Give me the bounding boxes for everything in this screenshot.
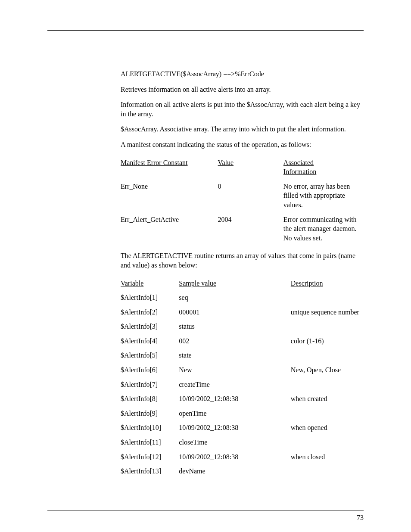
cell: closeTime (179, 435, 290, 450)
cell (291, 435, 364, 450)
cell: color (1-16) (291, 334, 364, 348)
table-row: $AlertInfo[12]10/09/2002_12:08:38when cl… (121, 450, 364, 464)
paragraph: A manifest constant indicating the statu… (121, 140, 364, 149)
cell (291, 348, 364, 363)
cell: $AlertInfo[10] (121, 420, 179, 435)
paragraph: $AssocArray. Associative array. The arra… (121, 124, 364, 134)
table-header-row: Manifest Error Constant Value Associated… (121, 156, 364, 179)
table-row: $AlertInfo[11]closeTime (121, 435, 364, 450)
table-header-row: Variable Sample value Description (121, 276, 364, 291)
col-header: Information (283, 168, 316, 175)
cell: New, Open, Close (291, 363, 364, 377)
cell: $AlertInfo[1] (121, 290, 179, 305)
table-row: $AlertInfo[5]state (121, 348, 364, 363)
cell (291, 290, 364, 305)
paragraph: Information on all active alerts is put … (121, 100, 364, 118)
table-row: $AlertInfo[1]seq (121, 290, 364, 305)
col-header: Variable (121, 280, 143, 287)
cell: $AlertInfo[6] (121, 363, 179, 377)
table-row: $AlertInfo[4]002color (1-16) (121, 334, 364, 348)
cell: $AlertInfo[3] (121, 319, 179, 334)
page: ALERTGETACTIVE($AssocArray) ==>%ErrCode … (0, 0, 411, 532)
cell (291, 406, 364, 421)
col-header: Associated (283, 159, 314, 166)
table-row: $AlertInfo[13]devName (121, 464, 364, 479)
cell: devName (179, 464, 290, 479)
table-row: Err_None 0 No error, array has been fill… (121, 179, 364, 212)
page-number: 73 (357, 514, 364, 522)
cell: $AlertInfo[12] (121, 450, 179, 464)
cell: New (179, 363, 290, 377)
cell: $AlertInfo[7] (121, 377, 179, 392)
table-row: $AlertInfo[10]10/09/2002_12:08:38when op… (121, 420, 364, 435)
col-header: Value (218, 159, 234, 166)
cell: when closed (291, 450, 364, 464)
cell: 10/09/2002_12:08:38 (179, 450, 290, 464)
cell: status (179, 319, 290, 334)
paragraph: Retrieves information on all active aler… (121, 85, 364, 94)
error-constants-table: Manifest Error Constant Value Associated… (121, 156, 364, 246)
cell: unique sequence number (291, 305, 364, 320)
cell: 0 (218, 179, 283, 212)
bottom-rule (47, 510, 364, 510)
cell: $AlertInfo[2] (121, 305, 179, 320)
cell: state (179, 348, 290, 363)
paragraph: The ALERTGETACTIVE routine returns an ar… (121, 251, 364, 270)
table-row: $AlertInfo[3]status (121, 319, 364, 334)
cell: 2004 (218, 212, 283, 246)
cell (291, 377, 364, 392)
cell: $AlertInfo[11] (121, 435, 179, 450)
cell: when opened (291, 420, 364, 435)
cell: $AlertInfo[5] (121, 348, 179, 363)
col-header: Description (291, 280, 323, 287)
cell: No error, array has been filled with app… (283, 179, 364, 212)
alertinfo-table: Variable Sample value Description $Alert… (121, 276, 364, 479)
table-row: $AlertInfo[7]createTime (121, 377, 364, 392)
cell: when created (291, 392, 364, 406)
col-header: Sample value (179, 280, 216, 287)
table-row: $AlertInfo[6]NewNew, Open, Close (121, 363, 364, 377)
cell: Err_None (121, 179, 218, 212)
cell (291, 464, 364, 479)
cell: 10/09/2002_12:08:38 (179, 392, 290, 406)
cell: $AlertInfo[9] (121, 406, 179, 421)
col-header: Manifest Error Constant (121, 159, 188, 166)
cell: openTime (179, 406, 290, 421)
cell: createTime (179, 377, 290, 392)
cell: $AlertInfo[8] (121, 392, 179, 406)
table-row: Err_Alert_GetActive 2004 Error communica… (121, 212, 364, 246)
cell: 002 (179, 334, 290, 348)
cell: 000001 (179, 305, 290, 320)
table-row: $AlertInfo[9]openTime (121, 406, 364, 421)
body-content: ALERTGETACTIVE($AssocArray) ==>%ErrCode … (121, 69, 364, 479)
cell: 10/09/2002_12:08:38 (179, 420, 290, 435)
cell: $AlertInfo[4] (121, 334, 179, 348)
cell: seq (179, 290, 290, 305)
cell (291, 319, 364, 334)
top-rule (47, 30, 364, 31)
table-row: $AlertInfo[8]10/09/2002_12:08:38when cre… (121, 392, 364, 406)
cell: $AlertInfo[13] (121, 464, 179, 479)
table-row: $AlertInfo[2]000001unique sequence numbe… (121, 305, 364, 320)
syntax-line: ALERTGETACTIVE($AssocArray) ==>%ErrCode (121, 69, 364, 79)
cell: Err_Alert_GetActive (121, 212, 218, 246)
cell: Error communicating with the alert manag… (283, 212, 364, 246)
